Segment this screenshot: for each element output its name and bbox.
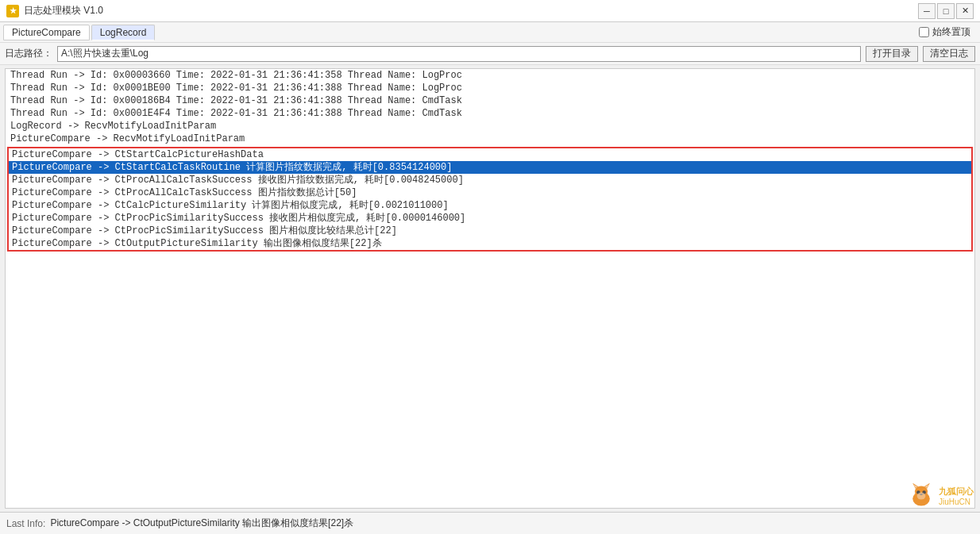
log-line: PictureCompare -> CtCalcPictureSimilarit… [9, 199, 971, 212]
log-path-row: 日志路径： 打开目录 清空日志 [0, 43, 980, 65]
log-line: Thread Run -> Id: 0x00003660 Time: 2022-… [6, 69, 974, 82]
log-line: Thread Run -> Id: 0x000186B4 Time: 2022-… [6, 94, 974, 107]
restore-button[interactable]: □ [937, 3, 955, 19]
always-on-top-label: 始终置顶 [932, 25, 970, 39]
app-icon: ★ [6, 5, 19, 17]
watermark: 九狐问心 JiuHuCN [907, 482, 974, 510]
close-button[interactable]: ✕ [956, 3, 974, 19]
clear-log-button[interactable]: 清空日志 [923, 46, 975, 62]
svg-point-9 [917, 493, 926, 500]
status-bar: Last Info: PictureCompare -> CtOutputPic… [0, 512, 980, 534]
fox-icon [907, 482, 936, 510]
watermark-text-block: 九狐问心 JiuHuCN [939, 486, 974, 506]
log-line: PictureCompare -> CtProcAllCalcTaskSucce… [9, 186, 971, 199]
log-line: PictureCompare -> CtProcPicSimilaritySuc… [9, 212, 971, 225]
log-line: PictureCompare -> CtStartCalcPictureHash… [9, 148, 971, 161]
log-content-area: Thread Run -> Id: 0x00003660 Time: 2022-… [5, 68, 975, 509]
log-bordered-group: PictureCompare -> CtStartCalcPictureHash… [7, 147, 973, 252]
log-line: PictureCompare -> CtProcAllCalcTaskSucce… [9, 174, 971, 186]
log-line: LogRecord -> RecvMotifyLoadInitParam [6, 120, 974, 133]
log-path-input[interactable] [57, 46, 861, 62]
log-line: PictureCompare -> CtOutputPictureSimilar… [9, 237, 971, 250]
window-title: 日志处理模块 V1.0 [24, 4, 103, 17]
always-on-top-area: 始终置顶 [919, 25, 977, 39]
log-line-highlighted: PictureCompare -> CtStartCalcTaskRoutine… [9, 161, 971, 174]
status-label: Last Info: [6, 518, 45, 529]
title-bar-left: ★ 日志处理模块 V1.0 [6, 4, 103, 17]
tab-bar: PictureCompare LogRecord [3, 25, 155, 40]
tab-picture-compare[interactable]: PictureCompare [3, 25, 90, 40]
status-text: PictureCompare -> CtOutputPictureSimilar… [50, 517, 353, 530]
log-path-label: 日志路径： [5, 47, 52, 60]
title-controls: ─ □ ✕ [918, 3, 974, 19]
always-on-top-checkbox[interactable] [919, 27, 929, 37]
tab-log-record[interactable]: LogRecord [91, 25, 156, 40]
watermark-line1: 九狐问心 [939, 486, 974, 498]
title-bar: ★ 日志处理模块 V1.0 ─ □ ✕ [0, 0, 980, 22]
log-line: PictureCompare -> RecvMotifyLoadInitPara… [6, 133, 974, 145]
minimize-button[interactable]: ─ [918, 3, 936, 19]
watermark-line2: JiuHuCN [939, 498, 974, 506]
log-line: Thread Run -> Id: 0x0001BE00 Time: 2022-… [6, 82, 974, 94]
log-line: PictureCompare -> CtProcPicSimilaritySuc… [9, 225, 971, 237]
open-dir-button[interactable]: 打开目录 [866, 46, 918, 62]
log-line: Thread Run -> Id: 0x0001E4F4 Time: 2022-… [6, 107, 974, 120]
